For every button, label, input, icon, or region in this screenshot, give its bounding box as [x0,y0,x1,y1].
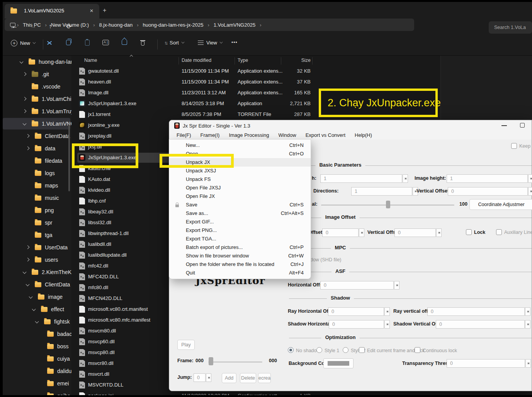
menu-item[interactable]: Save as... Ctrl+Alt+S [169,209,311,218]
sidebar-item[interactable]: huong-dan-lar [3,56,71,68]
menubar-item[interactable]: Frame(I) [196,131,224,140]
sidebar-item[interactable]: .vscode [3,80,71,93]
jump-input[interactable]: 0 [194,373,206,382]
menu-item[interactable]: Batch export of pictures... Ctrl+P [169,243,311,252]
menubar-item[interactable]: Help(H) [350,131,377,140]
ray-horizontal-offset-input[interactable]: 0 [328,307,384,316]
no-shadow-radio[interactable] [288,347,294,353]
copy-button[interactable] [66,40,71,45]
file-row[interactable]: heaven.dll 11/15/2009 11:34 PM Applicati… [76,77,315,87]
file-row[interactable]: gwautotest.dll 11/15/2009 11:34 PM Appli… [76,66,315,77]
edit-frame-lock-checkbox[interactable] [359,347,365,353]
sidebar-item[interactable]: ClientData [3,130,71,142]
column-header-type[interactable]: Type [238,58,248,63]
sidebar-item[interactable]: maps [3,179,71,192]
decrease-button[interactable]: ecrea [258,373,271,383]
tree-chevron-icon[interactable] [29,295,33,299]
jump-stepper[interactable] [206,373,211,382]
menu-item[interactable]: Open the folder where the file is locate… [169,260,311,269]
sidebar-item[interactable]: badac [3,328,71,340]
menu-item[interactable]: Show in file browser window Ctrl+W [169,252,311,260]
asf-horizontal-offset-input[interactable]: 0 [320,281,394,290]
add-button[interactable]: Add [222,373,236,383]
tree-chevron-icon[interactable] [26,258,30,262]
coordinate-adjustment-button[interactable]: Coordinate Adjustmer [469,199,532,210]
sort-button[interactable]: ↑↓ Sort [164,40,184,46]
menubar-item[interactable]: Window [274,131,301,140]
refresh-button[interactable]: ⟳ [66,23,71,30]
explorer-tab[interactable]: 1.VoLamVNG2025 ✕ [5,4,99,19]
search-input[interactable]: Search 1.VoLa [489,21,532,34]
file-row[interactable]: jx1.torrent 8/5/2025 7:38 PM TORRENT Fil… [76,109,315,120]
editor-title-bar[interactable]: Jx Spr Editor - Single - Ver 1.3 [169,120,532,131]
menu-item[interactable]: Open File JX [169,192,311,201]
tree-chevron-icon[interactable] [23,109,27,113]
horizontal-offset-stepper[interactable] [359,228,364,237]
column-header-size[interactable]: Size [280,58,311,63]
tree-chevron-icon[interactable] [26,147,30,150]
column-divider[interactable] [312,57,313,65]
sidebar-item[interactable]: users [3,254,71,266]
shadow-vertical-offset-stepper[interactable] [525,320,530,329]
sidebar-item[interactable]: gaiba [3,390,71,395]
column-divider[interactable] [235,57,235,65]
menu-item[interactable]: Save Ctrl+S [169,201,311,209]
sidebar-item[interactable]: 1.VoLamTruy [3,105,71,118]
shadow-vertical-offset-input[interactable]: 0 [436,320,525,329]
tree-chevron-icon[interactable] [35,320,39,324]
new-button[interactable]: New [11,40,36,46]
style2-radio[interactable] [343,347,348,353]
sidebar-scrollbar[interactable] [68,124,70,191]
sidebar-item[interactable]: 1.VoLamChin [3,93,71,105]
sidebar-item[interactable]: UserData [3,241,71,254]
sidebar-item[interactable]: boss [3,340,71,353]
auxiliary-line-checkbox[interactable] [496,229,502,235]
tree-chevron-icon[interactable] [32,307,36,311]
breadcrumb-item[interactable]: 1.VoLamVNG2025 [209,22,260,28]
tree-chevron-icon[interactable] [26,134,30,138]
horizontal-offset-input[interactable]: 0 [322,228,359,237]
sidebar-item[interactable]: image [3,291,71,303]
delete-button[interactable]: Delete [240,373,256,383]
menu-item[interactable]: Unpack JXSJ [169,167,311,175]
vertical-offset2-stepper[interactable] [436,228,442,237]
cut-button[interactable] [46,40,53,46]
sidebar-item[interactable]: cuiya [3,353,71,365]
sidebar-item[interactable]: 1.VoLamVNG [3,118,71,130]
sidebar-item[interactable]: filedata [3,155,71,167]
breadcrumb-item[interactable]: 8.jx-huong-dan [95,22,137,28]
background-color-swatch[interactable] [323,358,354,368]
tree-chevron-icon[interactable] [23,270,27,274]
sidebar-item[interactable]: spr [3,216,71,229]
menubar-item[interactable]: File(F) [172,131,196,140]
image-height-stepper[interactable] [528,174,532,183]
menubar-item[interactable]: Image Processing [224,131,274,140]
tab-close-icon[interactable]: ✕ [87,7,96,14]
continuous-lock-checkbox[interactable] [415,347,420,353]
directions-input[interactable]: 1 [351,187,412,196]
menu-item[interactable]: Quit Alt+F4 [169,269,311,277]
transparency-threshold-input[interactable]: 0 [447,359,525,368]
column-divider[interactable] [178,57,179,65]
sidebar-item[interactable]: png [3,204,71,216]
vertical-offset2-input[interactable]: 0 [394,228,436,237]
keep-settings-checkbox[interactable] [511,143,517,149]
sidebar-item[interactable]: logs [3,167,71,179]
file-row[interactable]: JsSprUnpaker1.3.exe 8/14/2025 3:18 PM Ap… [76,98,315,109]
asf-horizontal-offset-stepper[interactable] [394,281,399,290]
menu-item[interactable]: Export PNG... [169,226,311,235]
ray-horizontal-offset-stepper[interactable] [384,307,390,316]
tree-chevron-icon[interactable] [26,245,30,249]
view-button[interactable]: View [198,40,223,46]
more-options-button[interactable]: ••• [231,40,238,45]
interval-slider-thumb[interactable] [386,201,390,208]
tree-chevron-icon[interactable] [23,122,27,126]
frame-slider-thumb[interactable] [209,357,213,365]
column-header-name[interactable]: Name [84,58,97,63]
file-row[interactable]: Image.dll 11/23/2011 3:12 AM Application… [76,87,315,98]
menu-item[interactable]: New... Ctrl+N [169,141,311,150]
rename-button[interactable] [102,40,109,45]
sidebar-item[interactable]: data [3,142,71,155]
transparency-threshold-stepper[interactable] [525,359,531,368]
style1-radio[interactable] [316,347,322,353]
